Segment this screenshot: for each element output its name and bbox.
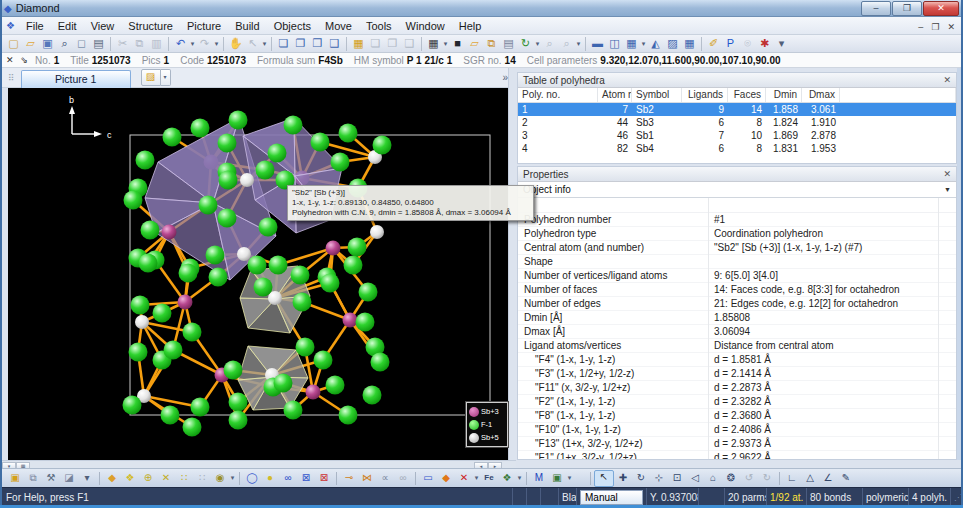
home-view-icon[interactable]: ⌂ xyxy=(704,471,722,486)
menu-edit[interactable]: Edit xyxy=(51,18,84,34)
new-picture-button[interactable]: ▨ ▾ xyxy=(141,69,171,86)
sphere-pair-icon[interactable]: ∞ xyxy=(279,471,297,486)
property-row[interactable]: "F4" (1-x, 1-y, 1-z)d = 1.8581 Å xyxy=(518,353,956,367)
property-row[interactable]: Dmax [Å]3.06094 xyxy=(518,325,956,339)
photo-view-icon[interactable]: ▣ xyxy=(548,471,566,486)
property-row[interactable]: Polyhedron number#1 xyxy=(518,213,956,227)
properties-panel-close-icon[interactable]: ✕ xyxy=(943,169,951,179)
mdi-minimize[interactable]: – xyxy=(914,22,927,32)
layout-table-dropdown-icon[interactable]: ▾ xyxy=(640,36,647,52)
minimize-button[interactable]: – xyxy=(861,1,891,16)
property-row[interactable]: "F13" (1+x, 3/2-y, 1/2+z)d = 2.9373 Å xyxy=(518,437,956,451)
structure-list-icon[interactable]: ⧉ xyxy=(483,36,500,52)
open-folder-icon[interactable]: ▱ xyxy=(22,36,39,52)
undo-dropdown-icon[interactable]: ▾ xyxy=(189,36,196,52)
structure-grid-dropdown-icon[interactable]: ▾ xyxy=(442,36,449,52)
layout-table-icon[interactable]: ▦ xyxy=(623,36,640,52)
menu-move[interactable]: Move xyxy=(318,18,359,34)
rotate-mode-icon[interactable]: ↻ xyxy=(632,471,650,486)
table-column-dmax[interactable]: Dmax xyxy=(802,88,840,102)
arrange-windows-icon[interactable]: ❑ xyxy=(326,36,343,52)
print-preview-icon[interactable]: ◻ xyxy=(73,36,90,52)
fill-cell-icon[interactable]: ∷ xyxy=(175,471,193,486)
property-row[interactable]: "F11" (x, 3/2-y, 1/2+z)d = 2.2873 Å xyxy=(518,381,956,395)
table-panel-close-icon[interactable]: ✕ xyxy=(943,75,951,85)
measure-sketch-icon[interactable]: ✎ xyxy=(837,471,855,486)
collapse-infobar-icon[interactable]: ⇘ xyxy=(21,55,29,65)
mdi-close[interactable]: ✕ xyxy=(943,22,959,32)
maximize-button[interactable]: ❐ xyxy=(892,1,922,16)
picture-export-icon[interactable]: ◪ xyxy=(60,471,78,486)
toolbar-overflow-icon[interactable]: ▾ xyxy=(773,36,790,52)
contact-tool-icon[interactable]: ⋈ xyxy=(358,471,376,486)
net-red-icon[interactable]: ⊠ xyxy=(315,471,333,486)
measure-angle-icon[interactable]: △ xyxy=(801,471,819,486)
property-row[interactable]: Number of faces14: Faces code, e.g. 8[3:… xyxy=(518,283,956,297)
table-row[interactable]: 244Sb3681.8241.910 xyxy=(518,116,956,129)
close-button[interactable]: ✕ xyxy=(923,1,959,16)
destroy-bonds-dropdown-icon[interactable]: ▾ xyxy=(473,470,480,486)
insert-atom-icon[interactable]: ⊕ xyxy=(139,471,157,486)
property-row[interactable]: Ligand atoms/verticesDistance from centr… xyxy=(518,339,956,353)
table-column-faces[interactable]: Faces xyxy=(728,88,766,102)
measure-torsion-icon[interactable]: ∠ xyxy=(819,471,837,486)
tracking-mode-input[interactable]: Manual xyxy=(580,490,643,505)
atom-design-fe-icon[interactable]: Fe xyxy=(480,471,498,486)
duplicate-picture-icon[interactable]: ❐ xyxy=(292,36,309,52)
property-row[interactable]: Shape xyxy=(518,255,956,269)
pointer-tracking-icon[interactable]: ✱ xyxy=(756,36,773,52)
view-distances-icon[interactable]: ◭ xyxy=(647,36,664,52)
menu-view[interactable]: View xyxy=(84,18,122,34)
coordination-sphere-dropdown-icon[interactable]: ▾ xyxy=(229,470,236,486)
property-row[interactable]: Central atom (and number)"Sb2" [Sb (+3)]… xyxy=(518,241,956,255)
new-structure-icon[interactable]: ▱ xyxy=(466,36,483,52)
tab-picture-1[interactable]: Picture 1 xyxy=(21,70,131,88)
menu-structure[interactable]: Structure xyxy=(121,18,180,34)
move-mode-icon[interactable]: ✚ xyxy=(614,471,632,486)
copy-picture-icon[interactable]: ⧉ xyxy=(24,471,42,486)
spin-view-icon[interactable]: ❂ xyxy=(722,471,740,486)
undo-icon[interactable]: ↶ xyxy=(172,36,189,52)
save-picture-icon[interactable]: ▣ xyxy=(6,471,24,486)
mdi-restore[interactable]: ❐ xyxy=(927,22,943,32)
packing-diagram-icon[interactable]: ❖ xyxy=(498,471,516,486)
save-icon[interactable]: ▣ xyxy=(39,36,56,52)
property-row[interactable]: Dmin [Å]1.85808 xyxy=(518,311,956,325)
menu-picture[interactable]: Picture xyxy=(180,18,228,34)
property-row[interactable]: Polyhedron typeCoordination polyhedron xyxy=(518,227,956,241)
net-blue-icon[interactable]: ⊠ xyxy=(297,471,315,486)
unit-cell-box-icon[interactable]: ▭ xyxy=(419,471,437,486)
powder-pattern-icon[interactable]: P xyxy=(722,36,739,52)
find-icon[interactable]: ⌕ xyxy=(56,36,73,52)
menu-window[interactable]: Window xyxy=(399,18,452,34)
picture-menu-icon[interactable]: ▾ xyxy=(78,471,96,486)
menu-build[interactable]: Build xyxy=(228,18,266,34)
table-row[interactable]: 17Sb29141.8583.061 xyxy=(518,103,956,116)
packing-diagram-dropdown-icon[interactable]: ▾ xyxy=(516,470,523,486)
menu-help[interactable]: Help xyxy=(452,18,489,34)
pointer-mode-icon[interactable]: ↖ xyxy=(594,470,614,487)
property-row[interactable]: Number of edges21: Edges code, e.g. 12[2… xyxy=(518,297,956,311)
sphere-style-large-icon[interactable]: ◯ xyxy=(243,471,261,486)
coordination-sphere-icon[interactable]: ◉ xyxy=(211,471,229,486)
measure-m-icon[interactable]: M xyxy=(530,471,548,486)
property-row[interactable]: "F8" (1-x, 1-y, 1-z)d = 2.3680 Å xyxy=(518,409,956,423)
layout-single-icon[interactable]: ▬ xyxy=(589,36,606,52)
update-structure-dropdown-icon[interactable]: ▾ xyxy=(534,36,541,52)
add-atoms-icon[interactable]: ❖ xyxy=(121,471,139,486)
new-document-icon[interactable]: ▢ xyxy=(5,36,22,52)
structure-canvas[interactable]: bc "Sb2" [Sb (+3)] 1-x, 1-y, 1-z: 0.8913… xyxy=(8,88,508,460)
build-polyhedra-icon[interactable]: ◆ xyxy=(103,471,121,486)
destroy-bonds-icon[interactable]: ✕ xyxy=(455,471,473,486)
menu-objects[interactable]: Objects xyxy=(267,18,318,34)
build-bonds-icon[interactable]: ✕ xyxy=(157,471,175,486)
sphere-style-fill-icon[interactable]: ● xyxy=(261,471,279,486)
table-column-ligands[interactable]: Ligands xyxy=(682,88,728,102)
table-column-polyno[interactable]: Poly. no. xyxy=(518,88,598,102)
bond-tool-icon[interactable]: ⊸ xyxy=(340,471,358,486)
back-view-icon[interactable]: ◁ xyxy=(686,471,704,486)
property-row[interactable]: "F2" (1-x, 1-y, 1-z)d = 2.3282 Å xyxy=(518,395,956,409)
property-row[interactable]: "F3" (1-x, 1/2+y, 1/2-z)d = 2.1414 Å xyxy=(518,367,956,381)
zoom-mode-icon[interactable]: ⊡ xyxy=(668,471,686,486)
property-row[interactable]: "F10" (1-x, 1-y, 1-z)d = 2.4086 Å xyxy=(518,423,956,437)
